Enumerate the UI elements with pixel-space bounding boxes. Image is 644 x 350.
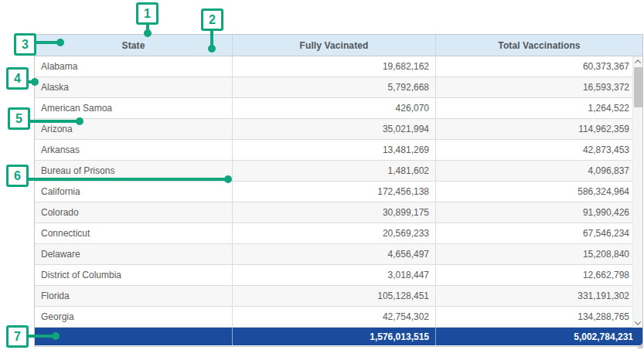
total-vaccinations-cell: 12,662,798 — [436, 265, 642, 285]
table-row-arkansas[interactable]: Arkansas 13,481,269 42,873,453 — [35, 140, 642, 161]
total-vaccinations-cell: 42,873,453 — [436, 140, 642, 160]
callout-line-7 — [28, 335, 54, 338]
total-vaccinations-cell: 16,593,372 — [436, 77, 642, 97]
callout-dot-6 — [224, 175, 232, 183]
callout-box-3: 3 — [14, 33, 36, 56]
table-row-delaware[interactable]: Delaware 4,656,497 15,208,840 — [35, 244, 642, 265]
fully-vaccinated-cell: 105,128,451 — [233, 286, 436, 306]
total-vaccinations-cell: 67,546,234 — [436, 223, 642, 243]
table-row-alaska[interactable]: Alaska 5,792,668 16,593,372 — [35, 77, 642, 98]
callout-box-1: 1 — [136, 2, 158, 25]
table-row-florida[interactable]: Florida 105,128,451 331,191,302 — [35, 286, 642, 307]
table-header-row: State Fully Vacinated Total Vaccinations — [35, 35, 642, 56]
total-vaccinations-cell: 331,191,302 — [436, 286, 642, 306]
column-header-total-vaccinations[interactable]: Total Vaccinations — [436, 35, 642, 56]
state-cell: Florida — [35, 286, 233, 306]
table-row-alabama[interactable]: Alabama 19,682,162 60,373,367 — [35, 56, 642, 77]
scrollbar-thumb[interactable] — [634, 67, 642, 107]
state-cell: Connecticut — [35, 223, 233, 243]
list-table: State Fully Vacinated Total Vaccinations… — [34, 34, 643, 347]
fully-vaccinated-cell: 13,481,269 — [233, 140, 436, 160]
state-cell: Alaska — [35, 77, 233, 97]
table-row-colorado[interactable]: Colorado 30,899,175 91,990,426 — [35, 202, 642, 223]
fully-vaccinated-cell: 172,456,138 — [233, 182, 436, 202]
fully-vaccinated-cell: 19,682,162 — [233, 56, 436, 76]
state-cell: California — [35, 182, 233, 202]
scroll-down-button[interactable] — [633, 318, 642, 328]
callout-line-5 — [29, 120, 78, 123]
table-row-georgia[interactable]: Georgia 42,754,302 134,288,765 — [35, 307, 642, 328]
table-row-district-of-columbia[interactable]: District of Columbia 3,018,447 12,662,79… — [35, 265, 642, 286]
fully-vaccinated-cell: 5,792,668 — [233, 77, 436, 97]
totals-total-vaccinations-cell: 5,002,784,231 — [436, 328, 642, 345]
state-cell: Arkansas — [35, 140, 233, 160]
callout-dot-7 — [52, 332, 60, 340]
vertical-scrollbar[interactable] — [632, 56, 642, 328]
state-cell: Delaware — [35, 244, 233, 264]
totals-state-cell — [35, 328, 233, 345]
table-row-connecticut[interactable]: Connecticut 20,569,233 67,546,234 — [35, 223, 642, 244]
fully-vaccinated-cell: 35,021,994 — [233, 119, 436, 139]
callout-dot-5 — [76, 117, 83, 125]
total-vaccinations-cell: 586,324,964 — [436, 182, 642, 202]
fully-vaccinated-cell: 20,569,233 — [233, 223, 436, 243]
total-vaccinations-cell: 60,373,367 — [436, 56, 642, 76]
column-header-state[interactable]: State — [35, 35, 233, 56]
callout-dot-4 — [31, 78, 39, 86]
callout-dot-3 — [56, 39, 64, 46]
column-header-fully-vaccinated[interactable]: Fully Vacinated — [233, 35, 436, 56]
total-vaccinations-cell: 134,288,765 — [436, 307, 642, 327]
fully-vaccinated-cell: 426,070 — [233, 98, 436, 118]
table-body: Alabama 19,682,162 60,373,367 Alaska 5,7… — [35, 56, 642, 328]
scroll-up-button[interactable] — [633, 56, 642, 66]
fully-vaccinated-cell: 30,899,175 — [233, 202, 436, 223]
fully-vaccinated-cell: 1,481,602 — [233, 161, 436, 181]
totals-row: 1,576,013,515 5,002,784,231 — [35, 328, 642, 345]
resize-grip-icon — [637, 343, 642, 348]
callout-dot-2 — [208, 45, 216, 53]
callout-box-4: 4 — [6, 67, 29, 90]
fully-vaccinated-cell: 4,656,497 — [233, 244, 436, 264]
total-vaccinations-cell: 1,264,522 — [436, 98, 642, 118]
callout-box-5: 5 — [8, 107, 30, 130]
fully-vaccinated-cell: 3,018,447 — [233, 265, 436, 285]
total-vaccinations-cell: 4,096,837 — [436, 161, 642, 181]
table-row-american-samoa[interactable]: American Samoa 426,070 1,264,522 — [35, 98, 642, 119]
callout-box-7: 7 — [6, 325, 29, 348]
callout-dot-1 — [144, 29, 152, 37]
state-cell: Colorado — [35, 202, 233, 223]
table-row-california[interactable]: California 172,456,138 586,324,964 — [35, 182, 642, 202]
table-row-arizona[interactable]: Arizona 35,021,994 114,962,359 — [35, 119, 642, 140]
totals-fully-vaccinated-cell: 1,576,013,515 — [233, 328, 436, 345]
callout-box-6: 6 — [6, 165, 29, 187]
chevron-down-icon — [635, 318, 641, 325]
fully-vaccinated-cell: 42,754,302 — [233, 307, 436, 327]
callout-box-2: 2 — [201, 8, 223, 31]
state-cell: District of Columbia — [35, 265, 233, 285]
total-vaccinations-cell: 15,208,840 — [436, 244, 642, 264]
chevron-up-icon — [635, 59, 641, 66]
state-cell: Alabama — [35, 56, 233, 76]
state-cell: Georgia — [35, 307, 233, 327]
total-vaccinations-cell: 91,990,426 — [436, 202, 642, 223]
state-cell: American Samoa — [35, 98, 233, 118]
total-vaccinations-cell: 114,962,359 — [436, 119, 642, 139]
callout-line-6 — [28, 178, 227, 181]
